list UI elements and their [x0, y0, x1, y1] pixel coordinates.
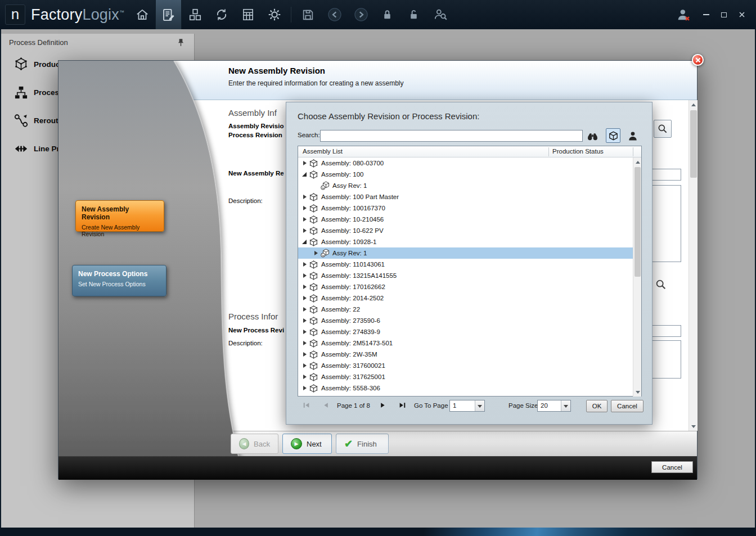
scroll-up-arrow[interactable]: [633, 157, 642, 166]
scrollbar-thumb[interactable]: [690, 110, 697, 178]
logout-user-icon[interactable]: [674, 0, 693, 29]
new-process-options-step-button[interactable]: New Process Options Set New Process Opti…: [72, 265, 166, 296]
ok-button[interactable]: OK: [586, 400, 608, 412]
expander-icon[interactable]: [300, 350, 309, 359]
expander-icon[interactable]: [300, 339, 309, 348]
expander-icon[interactable]: [300, 282, 309, 291]
next-page-button[interactable]: [380, 402, 388, 409]
tree-row[interactable]: Assembly: 10928-1: [298, 236, 633, 247]
tree-row[interactable]: Assembly: 170162662: [298, 281, 633, 292]
expander-icon[interactable]: [300, 384, 309, 393]
wizard-title: New Assembly Revision: [228, 66, 325, 75]
tree-row-label: Assembly: 13215A141555: [321, 272, 397, 279]
status-strip: [0, 528, 756, 536]
expander-icon[interactable]: [300, 361, 309, 370]
pager-bar: Page 1 of 8 Go To Page 1 Page Size 20 OK…: [286, 400, 652, 412]
tree-row[interactable]: Assembly: 317625001: [298, 371, 633, 382]
pin-icon[interactable]: [176, 38, 186, 48]
expander-icon[interactable]: [312, 249, 321, 258]
popup-cancel-button[interactable]: Cancel: [611, 400, 644, 412]
tree-row[interactable]: Assembly: 274839-9: [298, 326, 633, 337]
expander-icon[interactable]: [300, 215, 309, 224]
assembly-view-toggle-button[interactable]: [606, 128, 620, 143]
wizard-cancel-button[interactable]: Cancel: [651, 461, 693, 473]
tree-row[interactable]: Assembly: 13215A141555: [298, 270, 633, 281]
binoculars-search-icon[interactable]: [586, 130, 599, 142]
scrollbar-thumb[interactable]: [634, 167, 641, 277]
expander-icon[interactable]: [300, 204, 309, 213]
expander-icon[interactable]: [300, 271, 309, 280]
expander-icon[interactable]: [300, 226, 309, 235]
tree-row[interactable]: Assembly: 10-210456: [298, 214, 633, 225]
tree-row[interactable]: Assembly: 10-622 PV: [298, 225, 633, 236]
expander-icon[interactable]: [300, 327, 309, 336]
process-search-button[interactable]: [652, 276, 669, 293]
tree-row[interactable]: Assy Rev: 1: [298, 247, 633, 259]
process-definition-nav-icon[interactable]: [155, 0, 182, 29]
expander-icon[interactable]: [300, 372, 309, 381]
dropdown-arrow-icon[interactable]: [561, 400, 570, 411]
tree-row[interactable]: Assy Rev: 1: [298, 180, 633, 191]
expander-icon[interactable]: [300, 159, 309, 168]
expander-icon[interactable]: [300, 305, 309, 314]
lock-icon[interactable]: [374, 0, 400, 29]
expander-icon[interactable]: [300, 170, 309, 179]
first-page-button[interactable]: [303, 402, 310, 409]
scroll-down-arrow[interactable]: [633, 388, 642, 397]
expander-icon[interactable]: [300, 260, 309, 269]
save-icon[interactable]: [295, 0, 321, 29]
assembly-revision-search-button[interactable]: [654, 120, 672, 138]
expander-icon[interactable]: [300, 237, 309, 246]
column-divider[interactable]: [633, 147, 633, 156]
sync-icon[interactable]: [208, 0, 235, 29]
expander-icon[interactable]: [300, 192, 309, 201]
page-size-select[interactable]: 20: [537, 400, 571, 412]
scroll-up-arrow[interactable]: [689, 100, 698, 109]
nav-forward-icon[interactable]: [348, 0, 374, 29]
maximize-button[interactable]: [719, 10, 729, 20]
settings-gear-icon[interactable]: [261, 0, 287, 29]
expander-icon[interactable]: [300, 316, 309, 325]
search-input[interactable]: [320, 130, 583, 142]
tree-row[interactable]: Assembly: 22: [298, 304, 633, 315]
tree-row[interactable]: Assembly: 100167370: [298, 202, 633, 214]
nav-back-icon[interactable]: [321, 0, 348, 29]
scroll-down-arrow[interactable]: [689, 422, 698, 431]
dropdown-arrow-icon[interactable]: [475, 400, 484, 411]
column-header-production-status[interactable]: Production Status: [552, 148, 604, 155]
wizard-scrollbar[interactable]: [688, 100, 698, 431]
tree-row[interactable]: Assembly: 273590-6: [298, 315, 633, 326]
column-divider[interactable]: [548, 147, 549, 156]
tree-row[interactable]: Assembly: 317600021: [298, 360, 633, 371]
expander-icon[interactable]: [300, 294, 309, 303]
minimize-button[interactable]: [701, 10, 711, 20]
tree-row[interactable]: Assembly: 080-03700: [298, 157, 633, 169]
tree-row-label: Assembly: 100167370: [321, 205, 385, 211]
find-user-icon[interactable]: [427, 0, 453, 29]
last-page-button[interactable]: [399, 402, 407, 409]
home-icon[interactable]: [129, 0, 155, 29]
new-assembly-revision-step-button[interactable]: New Assembly Revision Create New Assembl…: [75, 200, 164, 232]
back-button[interactable]: ◀ Back: [231, 434, 278, 454]
tree-row[interactable]: Assembly: 110143061: [298, 259, 633, 270]
column-header-assembly-list[interactable]: Assembly List: [303, 148, 343, 155]
next-button[interactable]: ▶ Next: [282, 434, 332, 454]
tree-row[interactable]: Assembly: 2W-35M: [298, 349, 633, 360]
production-icon[interactable]: [182, 0, 208, 29]
tree-row[interactable]: Assembly: 2014-2502: [298, 292, 633, 304]
dialog-close-button[interactable]: [692, 54, 704, 66]
list-scrollbar[interactable]: [633, 157, 641, 397]
customer-view-toggle-button[interactable]: [626, 130, 639, 142]
unlock-icon[interactable]: [400, 0, 427, 29]
finish-button[interactable]: ✔ Finish: [336, 434, 389, 454]
tree-row-label: Assembly: 5558-306: [321, 385, 380, 391]
tree-row-label: Assembly: 080-03700: [321, 160, 384, 166]
close-window-button[interactable]: [737, 10, 747, 20]
previous-page-button[interactable]: [322, 402, 330, 409]
tree-row[interactable]: Assembly: 100: [298, 169, 633, 180]
tree-row[interactable]: Assembly: 2M51473-501: [298, 337, 633, 349]
tree-row[interactable]: Assembly: 100 Part Master: [298, 191, 633, 202]
reports-icon[interactable]: [235, 0, 261, 29]
tree-row[interactable]: Assembly: 5558-306: [298, 382, 633, 394]
goto-page-select[interactable]: 1: [449, 400, 485, 412]
